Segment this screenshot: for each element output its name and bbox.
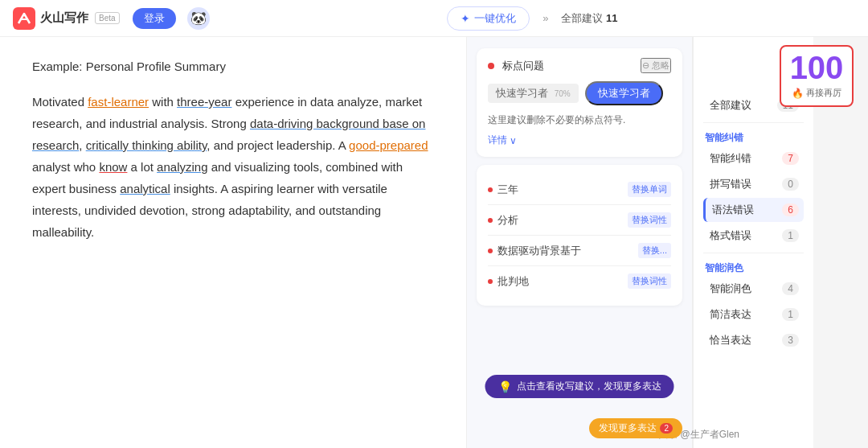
suggestion-item-0[interactable]: 三年 替换单词 [488, 175, 671, 205]
item-dot-2 [488, 249, 493, 253]
sidebar-divider-1 [703, 122, 804, 123]
highlight-analyzing[interactable]: analyzing [157, 160, 207, 174]
suggestions-count: 11 [606, 12, 617, 24]
item-dot-3 [488, 279, 493, 284]
suggestion-panel: 标点问题 ⊖ 忽略 快速学习者 70% 快速学习者 这里建议删除不必要的标点符号… [466, 37, 693, 448]
label-spell: 拼写错误 [710, 177, 751, 191]
sidebar-item-smart-correct[interactable]: 智能纠错 7 [703, 146, 804, 171]
highlight-analytical[interactable]: analytical [120, 182, 170, 195]
login-button[interactable]: 登录 [133, 8, 176, 29]
count-grammar: 6 [782, 203, 799, 216]
sidebar-divider-2 [703, 253, 804, 253]
count-spell: 0 [782, 178, 799, 191]
card-detail-link[interactable]: 详情 ∨ [488, 134, 671, 147]
item-text-1: 分析 [497, 213, 623, 228]
label-concise: 简洁表达 [710, 307, 751, 322]
highlight-fast-learner[interactable]: fast-learner [88, 95, 149, 109]
count-smart-correct: 7 [782, 152, 799, 165]
item-dot-1 [488, 218, 493, 223]
logo-icon [13, 7, 35, 30]
score-subtitle: 🔥 再接再厉 [788, 87, 845, 99]
header-center: ✦ 一键优化 » 全部建议 11 [210, 6, 855, 31]
item-text-2: 数据驱动背景基于 [497, 244, 633, 258]
star-icon: ✦ [461, 12, 470, 25]
card-title: 标点问题 [502, 60, 544, 72]
document-body: Motivated fast-learner with three-year e… [32, 91, 434, 243]
count-format: 1 [782, 229, 799, 242]
group-label-1: 智能润色 [703, 258, 804, 277]
card-dot [488, 63, 494, 69]
tooltip-text: 点击查看改写建议，发现更多表达 [517, 380, 661, 393]
user-avatar[interactable]: 🐼 [187, 7, 210, 30]
sidebar-item-appropriate[interactable]: 恰当表达 3 [703, 328, 804, 352]
score-value: 100 [788, 51, 845, 84]
count-concise: 1 [782, 308, 799, 321]
suggestion-item-1[interactable]: 分析 替换词性 [488, 205, 671, 236]
group-label-0: 智能纠错 [703, 128, 804, 146]
suggestion-item-3[interactable]: 批判地 替换词性 [488, 266, 671, 296]
discover-badge: 2 [660, 423, 673, 434]
highlight-thinking[interactable]: critically thinking ability [86, 138, 207, 152]
card-title-area: 标点问题 [488, 58, 544, 73]
fire-icon: 🔥 [792, 88, 804, 99]
label-smart-correct: 智能纠错 [710, 151, 751, 166]
logo-text: 火山写作 [40, 10, 88, 26]
editor-pane: Example: Personal Profile Summary Motiva… [0, 37, 466, 448]
word-compare: 快速学习者 70% 快速学习者 [488, 81, 671, 105]
beta-badge: Beta [95, 12, 120, 24]
item-tag-1[interactable]: 替换词性 [628, 212, 671, 228]
suggestion-item-2[interactable]: 数据驱动背景基于 替换... [488, 236, 671, 266]
item-tag-0[interactable]: 替换单词 [628, 182, 671, 197]
logo-area: 火山写作 Beta 登录 🐼 [13, 7, 210, 30]
card-note: 这里建议删除不必要的标点符号. [488, 113, 671, 127]
document-title: Example: Personal Profile Summary [32, 60, 434, 73]
highlight-three-year[interactable]: three-year [177, 95, 231, 109]
label-format: 格式错误 [710, 228, 751, 243]
discover-button-area: 发现更多表达 2 [589, 418, 682, 438]
item-dot-0 [488, 187, 493, 192]
sidebar-item-format[interactable]: 格式错误 1 [703, 224, 804, 248]
highlight-good-prepared[interactable]: good-prepared [349, 138, 428, 152]
optimize-button[interactable]: ✦ 一键优化 [447, 6, 530, 31]
suggested-word-button[interactable]: 快速学习者 [585, 81, 663, 105]
item-text-0: 三年 [497, 183, 623, 197]
sidebar-item-smart-polish[interactable]: 智能润色 4 [703, 277, 804, 301]
count-smart-polish: 4 [782, 282, 799, 295]
tooltip-bar: 💡 点击查看改写建议，发现更多表达 [485, 375, 674, 398]
app-header: 火山写作 Beta 登录 🐼 ✦ 一键优化 » 全部建议 11 [0, 0, 868, 37]
suggestion-items-card: 三年 替换单词 分析 替换词性 数据驱动背景基于 替换... 批判地 替换词性 [477, 165, 682, 306]
item-tag-2[interactable]: 替换... [638, 243, 671, 258]
sidebar-all-label: 全部建议 [710, 98, 751, 113]
original-word: 快速学习者 70% [488, 84, 579, 103]
suggestion-card-punctuation: 标点问题 ⊖ 忽略 快速学习者 70% 快速学习者 这里建议删除不必要的标点符号… [477, 48, 682, 157]
card-header: 标点问题 ⊖ 忽略 [488, 58, 671, 73]
discover-button[interactable]: 发现更多表达 2 [589, 418, 682, 438]
score-box: 100 🔥 再接再厉 [780, 45, 854, 107]
bulb-icon: 💡 [498, 380, 512, 393]
item-tag-3[interactable]: 替换词性 [628, 273, 671, 289]
sidebar-item-grammar[interactable]: 语法错误 6 [703, 198, 804, 222]
label-grammar: 语法错误 [712, 203, 754, 217]
sidebar-item-spell[interactable]: 拼写错误 0 [703, 172, 804, 196]
expand-icon[interactable]: » [542, 12, 548, 24]
label-appropriate: 恰当表达 [710, 333, 751, 347]
label-smart-polish: 智能润色 [710, 282, 751, 296]
main-area: Example: Personal Profile Summary Motiva… [0, 37, 868, 448]
optimize-label: 一键优化 [474, 11, 516, 26]
item-text-3: 批判地 [497, 274, 623, 289]
count-appropriate: 3 [782, 334, 799, 347]
suggestions-label: 全部建议 11 [561, 11, 617, 26]
highlight-know[interactable]: know [99, 160, 127, 174]
ignore-button[interactable]: ⊖ 忽略 [641, 58, 671, 73]
sidebar-item-concise[interactable]: 简洁表达 1 [703, 302, 804, 327]
